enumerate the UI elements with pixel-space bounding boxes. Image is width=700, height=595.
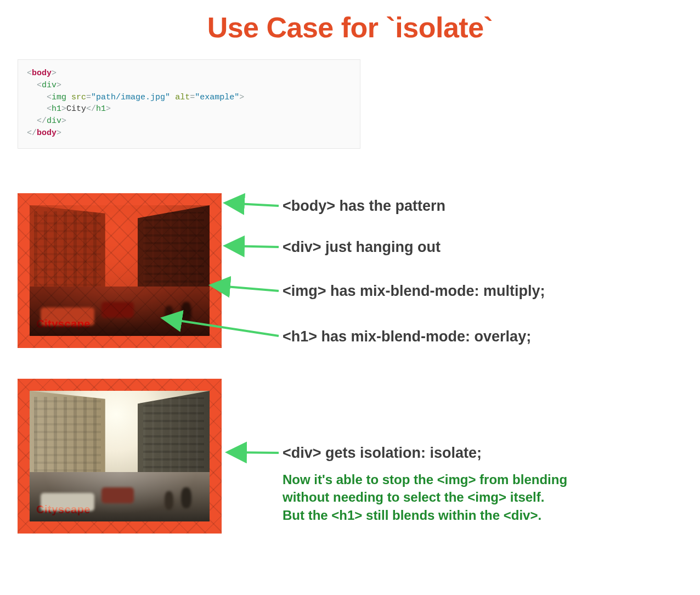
title-code: `isolate` (386, 12, 493, 43)
demo2-div: Cityscape (30, 391, 210, 521)
svg-line-4 (229, 452, 279, 453)
note-body-pattern: <body> has the pattern (283, 198, 445, 215)
demo2-img (30, 391, 210, 521)
demo-with-isolate: Cityscape (18, 379, 222, 534)
svg-line-1 (227, 246, 279, 247)
demo2-caption: Cityscape (36, 503, 91, 516)
note-h1-overlay: <h1> has mix-blend-mode: overlay; (283, 328, 531, 345)
code-img-alt: "example" (195, 93, 239, 102)
note-img-multiply: <img> has mix-blend-mode: multiply; (283, 283, 545, 300)
demo1-img (30, 205, 210, 336)
code-img-src: "path/image.jpg" (91, 93, 170, 102)
note-div-hanging: <div> just hanging out (283, 239, 441, 256)
code-h1-text: City (66, 104, 86, 114)
note-div-isolate: <div> gets isolation: isolate; (283, 445, 482, 462)
note-explanation: Now it's able to stop the <img> from ble… (283, 471, 568, 524)
demo-without-isolate: Cityscape (18, 193, 222, 348)
svg-line-0 (227, 203, 279, 206)
title-text: Use Case for (207, 12, 386, 43)
code-example: <body> <div> <img src="path/image.jpg" a… (18, 59, 360, 149)
demo1-caption: Cityscape (36, 318, 91, 330)
svg-line-2 (213, 285, 279, 291)
demo1-div: Cityscape (30, 205, 210, 336)
slide-title: Use Case for `isolate` (0, 11, 700, 44)
